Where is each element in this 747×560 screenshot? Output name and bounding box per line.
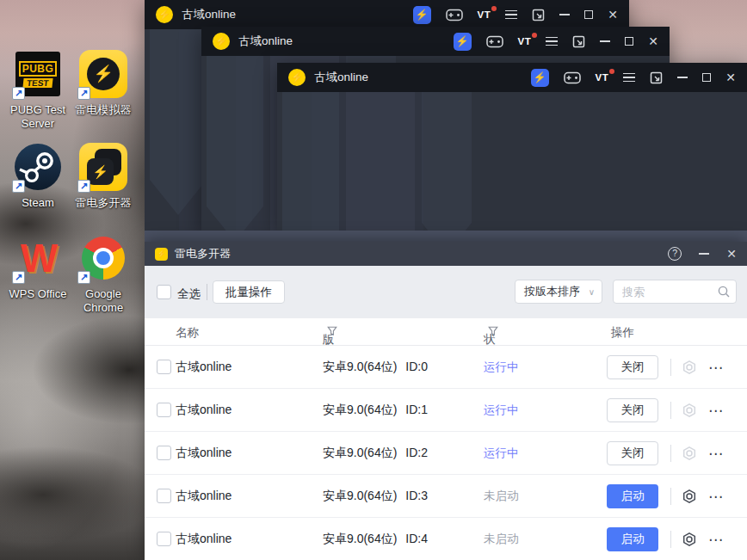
titlebar[interactable]: ⚡ 古域online ⚡ VT ✕ (201, 27, 670, 56)
settings-gear-icon[interactable] (682, 403, 697, 418)
maximize-icon[interactable] (702, 73, 711, 82)
icon-label: 雷电模拟器 (67, 103, 139, 117)
more-options-icon[interactable]: ⋯ (708, 358, 724, 376)
row-checkbox[interactable] (157, 446, 171, 460)
window-title: 雷电多开器 (175, 246, 231, 262)
emulator-screen (277, 92, 747, 231)
detach-window-icon[interactable] (650, 71, 663, 84)
action-button[interactable]: 启动 (607, 484, 658, 508)
app-logo-icon: ⚡ (213, 33, 230, 50)
wps-icon: W ↗ (14, 234, 62, 282)
settings-gear-icon[interactable] (682, 532, 697, 547)
settings-gear-icon[interactable] (682, 446, 697, 461)
chrome-icon: ↗ (79, 234, 127, 282)
menu-icon[interactable] (623, 73, 635, 83)
more-options-icon[interactable]: ⋯ (708, 444, 724, 462)
status-badge: 运行中 (484, 403, 519, 418)
boost-icon[interactable]: ⚡ (531, 69, 549, 87)
instance-name: 古域online (176, 403, 232, 418)
bolt-icon: ⚡ (87, 158, 114, 185)
minimize-icon[interactable] (600, 40, 610, 42)
more-options-icon[interactable]: ⋯ (708, 401, 724, 419)
window-title: 古域online (182, 7, 236, 22)
maximize-icon[interactable] (584, 10, 593, 19)
instance-name: 古域online (176, 489, 232, 504)
action-button[interactable]: 关闭 (607, 355, 658, 379)
icon-label: WPS Office (2, 287, 74, 301)
help-icon[interactable]: ? (668, 247, 682, 261)
shortcut-arrow-icon: ↗ (12, 87, 25, 100)
table-row: 古域online 安卓9.0(64位)ID:0 运行中 关闭 ⋯ (145, 346, 747, 389)
row-checkbox[interactable] (157, 489, 171, 503)
ldplayer-icon: ⚡ ↗ (79, 50, 127, 98)
desktop-icon-steam[interactable]: ↗ Steam (2, 143, 74, 210)
action-button[interactable]: 关闭 (607, 441, 658, 465)
desktop-icon-chrome[interactable]: ↗ Google Chrome (67, 234, 139, 315)
gamepad-icon[interactable] (486, 35, 503, 48)
desktop-icon-wps[interactable]: W ↗ WPS Office (2, 234, 74, 301)
titlebar[interactable]: ⚡ 古域online ⚡ VT ✕ (277, 63, 747, 92)
instance-version: 安卓9.0(64位)ID:4 (323, 532, 428, 547)
icon-label: PUBG Test (2, 103, 74, 117)
instance-version: 安卓9.0(64位)ID:3 (323, 489, 428, 504)
close-icon[interactable]: ✕ (726, 248, 737, 260)
select-all-label: 全选 (177, 286, 201, 302)
minimize-icon[interactable] (699, 253, 709, 255)
menu-icon[interactable] (546, 37, 558, 46)
desktop-icon-ldplayer[interactable]: ⚡ ↗ 雷电模拟器 (67, 50, 139, 117)
desktop-icon-ld-multi[interactable]: ⚡ ↗ 雷电多开器 (67, 143, 139, 210)
desktop-icon-pubg-test-server[interactable]: PUBG TEST ↗ PUBG Test Server (2, 50, 74, 131)
close-icon[interactable]: ✕ (725, 71, 736, 83)
window-title: 古域online (314, 70, 368, 85)
row-checkbox[interactable] (157, 532, 171, 546)
instance-id: ID:0 (405, 360, 428, 373)
gamepad-icon[interactable] (564, 71, 581, 84)
instance-id: ID:4 (405, 532, 428, 545)
detach-window-icon[interactable] (572, 35, 585, 48)
icon-label: Steam (2, 196, 74, 210)
more-options-icon[interactable]: ⋯ (708, 487, 724, 505)
divider (670, 402, 671, 419)
vt-indicator[interactable]: VT (518, 36, 532, 46)
toolbar: 全选 批量操作 按版本排序 ∨ (145, 266, 747, 318)
row-checkbox[interactable] (157, 360, 171, 374)
action-button[interactable]: 关闭 (607, 398, 658, 422)
divider (670, 359, 671, 376)
instance-name: 古域online (176, 446, 232, 461)
emulator-window-3: ⚡ 古域online ⚡ VT ✕ (277, 63, 747, 231)
menu-icon[interactable] (505, 10, 517, 20)
minimize-icon[interactable] (559, 14, 570, 15)
more-options-icon[interactable]: ⋯ (708, 530, 724, 548)
notification-dot (532, 33, 537, 38)
select-all-checkbox[interactable] (157, 285, 171, 299)
close-icon[interactable]: ✕ (608, 9, 618, 21)
close-icon[interactable]: ✕ (648, 35, 658, 47)
bolt-icon: ⚡ (87, 58, 120, 90)
batch-actions-button[interactable]: 批量操作 (213, 280, 285, 304)
minimize-icon[interactable] (677, 77, 688, 78)
app-logo-icon: ⚡ (288, 69, 306, 86)
instance-name: 古域online (176, 360, 232, 375)
instance-table: 古域online 安卓9.0(64位)ID:0 运行中 关闭 ⋯ 古域onlin… (145, 346, 747, 560)
detach-window-icon[interactable] (532, 9, 545, 22)
window-title: 古域online (238, 34, 293, 49)
vt-indicator[interactable]: VT (596, 72, 609, 83)
boost-icon[interactable]: ⚡ (454, 33, 472, 51)
titlebar[interactable]: ⚡ 雷电多开器 ? ✕ (145, 242, 747, 266)
search-box (613, 280, 737, 304)
settings-gear-icon[interactable] (682, 360, 697, 375)
vt-indicator[interactable]: VT (478, 9, 491, 20)
action-button[interactable]: 启动 (607, 527, 658, 551)
gamepad-icon[interactable] (446, 9, 463, 22)
table-row: 古域online 安卓9.0(64位)ID:1 运行中 关闭 ⋯ (145, 389, 747, 432)
titlebar[interactable]: ⚡ 古域online ⚡ VT ✕ (145, 0, 629, 29)
pubg-icon-word: PUBG (19, 61, 58, 77)
settings-gear-icon[interactable] (682, 489, 697, 504)
row-checkbox[interactable] (157, 403, 171, 417)
app-logo-icon: ⚡ (156, 6, 173, 23)
status-badge: 运行中 (484, 446, 519, 461)
boost-icon[interactable]: ⚡ (413, 6, 431, 24)
maximize-icon[interactable] (625, 37, 633, 46)
sort-dropdown[interactable]: 按版本排序 ∨ (515, 280, 602, 304)
table-row: 古域online 安卓9.0(64位)ID:4 未启动 启动 ⋯ (145, 518, 747, 560)
